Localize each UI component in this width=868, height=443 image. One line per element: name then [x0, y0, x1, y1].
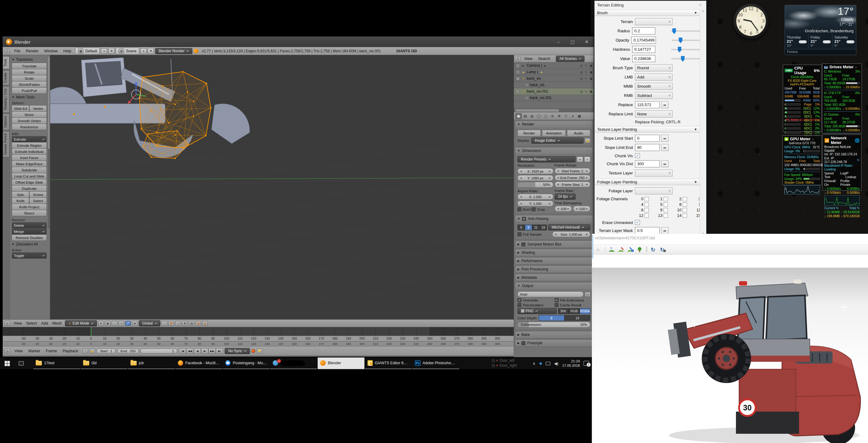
outliner-row-back_vis[interactable]: ▽back_vis	[514, 82, 594, 88]
volume-icon[interactable]: ◀)	[554, 361, 558, 366]
ip-lookup-link[interactable]: IP Lookup	[845, 171, 860, 179]
selectability-icon[interactable]: ↖	[585, 70, 587, 74]
slider-track[interactable]	[671, 58, 700, 59]
render-anim-icon[interactable]: ▤	[202, 321, 208, 326]
shelf-button-bisect[interactable]: Bisect	[12, 210, 47, 216]
blender-titlebar[interactable]: Blender – ▢ ✕	[3, 37, 594, 47]
editor-type-icon[interactable]: ⓘ	[5, 49, 10, 54]
channel-checkbox-6[interactable]	[683, 202, 687, 207]
remap-field[interactable]: ◀:100▶	[573, 206, 590, 212]
remove-preset-button[interactable]: −	[584, 157, 590, 162]
log-link[interactable]: Log	[840, 171, 845, 179]
shelf-button-inset-faces[interactable]: Inset Faces	[12, 154, 47, 161]
clock-widget[interactable]: 121234567891011	[734, 4, 769, 39]
lock-icon[interactable]: 🔒	[90, 349, 95, 353]
section-texture-layer-painting[interactable]: Texture Layer Painting▼	[595, 126, 700, 133]
screen-layout-select[interactable]: ▦Default	[75, 48, 100, 55]
timeline-band[interactable]	[3, 327, 514, 336]
shelf-button-shrink-fatten[interactable]: Shrink/Fatten	[12, 81, 47, 88]
shelf-button-rotate[interactable]: Rotate	[12, 69, 47, 75]
spinner[interactable]: ◂▸	[661, 135, 669, 142]
aa-samples-11[interactable]: 11	[532, 225, 539, 230]
current-frame-field[interactable]: 1	[141, 349, 177, 353]
scene-select[interactable]: ◍Scene	[116, 48, 139, 55]
outliner-row-back_vis-001[interactable]: −▽back_vis.001◎↖▣	[514, 88, 594, 95]
shelf-scrollbar[interactable]	[48, 56, 50, 229]
dropdown[interactable]: Round˅	[635, 64, 673, 71]
shelf-button-smooth-vertex[interactable]: Smooth Vertex	[12, 118, 47, 124]
shelf-button-select[interactable]: Select	[29, 197, 47, 204]
slider-handle[interactable]	[679, 37, 682, 43]
panel-checkbox[interactable]: ✓	[522, 217, 526, 221]
value-input[interactable]: 0	[635, 135, 660, 142]
slider-handle[interactable]	[672, 28, 676, 34]
viewport-menu-view[interactable]: View	[11, 321, 24, 325]
aa-samples-5[interactable]: 5	[518, 225, 525, 230]
orientation-select[interactable]: Global▴▾	[139, 320, 161, 326]
shelf-button-randomize[interactable]: Randomize	[12, 124, 47, 130]
expander-icon[interactable]: +	[516, 64, 520, 68]
outliner-row-back_vis-001[interactable]: ▽back_vis.001	[514, 95, 594, 101]
value-input[interactable]: 90	[635, 144, 660, 151]
visibility-icon[interactable]: ◎	[580, 90, 583, 93]
shelf-button-subdivide[interactable]: Subdivide	[12, 167, 47, 173]
snap-magnet-icon[interactable]: ∩	[175, 321, 181, 326]
jump-start-button[interactable]: |◀	[179, 348, 186, 354]
slider-track[interactable]	[672, 40, 700, 41]
shelf-button-slide-ed[interactable]: Slide Ed	[12, 105, 29, 112]
shelf-tab-shading-uvs[interactable]: Shading / UVs	[3, 86, 9, 113]
shelf-button-make-edge-face[interactable]: Make Edge/Face	[12, 161, 47, 167]
expander-icon[interactable]: +	[516, 70, 520, 74]
minimize-button[interactable]: –	[551, 37, 565, 47]
frame-field[interactable]: ◀End Frame: 250▶	[555, 175, 591, 181]
play-button[interactable]: ▶	[201, 348, 208, 354]
shelf-button-noise[interactable]: Noise	[12, 112, 47, 118]
checkbox-bord[interactable]: Bord	[518, 207, 530, 211]
shelf-tab-create[interactable]: Create	[3, 70, 9, 85]
panel-header[interactable]: ▶Shading::::	[515, 249, 592, 256]
panel-header[interactable]: ▶Post Processing::::	[515, 266, 592, 273]
timeline-scroll-ruler[interactable]: -50-40-30-20-100102030405060708090100110…	[3, 341, 514, 346]
render-button[interactable]: Render	[518, 130, 541, 136]
slider-track[interactable]	[671, 49, 700, 50]
shelf-button-remove-doubles[interactable]: Remove Doubles	[12, 234, 47, 241]
remap-field[interactable]: ◀:100▶	[555, 206, 572, 212]
reload-settings-icon[interactable]: ↻	[659, 246, 667, 253]
viewport-menu-add[interactable]: Add	[39, 321, 50, 325]
selectability-icon[interactable]: ↖	[585, 90, 587, 93]
checkbox-file-extensions[interactable]: ✓File Extensions	[555, 298, 591, 302]
terrain-paint-icon[interactable]	[617, 246, 625, 253]
outliner-filter-select[interactable]: All Scenes▴▾	[556, 56, 585, 62]
scene-properties-icon[interactable]: ◍	[529, 113, 535, 119]
modifiers-properties-icon[interactable]: ⚙	[556, 113, 562, 119]
start-frame-field[interactable]: Start:1	[97, 349, 116, 353]
display-select[interactable]: Image Editor▴▾	[531, 137, 584, 144]
checkbox[interactable]: ✓	[635, 153, 640, 158]
outliner-editor-icon[interactable]: ☰	[515, 56, 521, 61]
color-mode-rgba[interactable]: RGBA	[580, 308, 590, 314]
add-scene-button[interactable]: +	[141, 48, 147, 54]
channel-checkbox-10[interactable]	[683, 208, 687, 212]
menu-window[interactable]: Window	[41, 49, 60, 53]
material-properties-icon[interactable]: ◕	[569, 113, 576, 119]
shelf-button-translate[interactable]: Translate	[12, 63, 47, 69]
record-button[interactable]	[251, 349, 255, 353]
viewport-3d[interactable]: User Persp (1) back_vis.001 ◘ ViewSelect…	[3, 55, 514, 327]
outliner-row-Camera[interactable]: +▶Camera|▶◎↖▣	[514, 62, 594, 69]
selectability-icon[interactable]: ↖	[585, 77, 587, 80]
panel-header[interactable]: ▼Render::::	[515, 121, 592, 128]
prev-keyframe-button[interactable]: ◀◀	[186, 348, 194, 354]
occlude-icon[interactable]: ▥	[189, 321, 194, 326]
shelf-button-extrude-individual[interactable]: Extrude Individual	[12, 148, 47, 155]
dropdown[interactable]: None˅	[635, 110, 673, 118]
value-input[interactable]: 0.238636	[632, 55, 655, 62]
cpu-meter-widget[interactable]: AMDCPU Usage6%Clock:3500MHzFX-8320 Eight…	[783, 65, 822, 132]
render-presets-select[interactable]: Render Presets▴▾	[518, 156, 576, 162]
menu-help[interactable]: Help	[61, 49, 74, 53]
compression-slider[interactable]: Compression:15%	[518, 322, 590, 328]
menu-render[interactable]: Render	[23, 49, 41, 53]
timeline-editor-icon[interactable]: ◷	[5, 349, 10, 353]
checkbox-cache-result[interactable]: Cache Result	[555, 303, 591, 307]
spinner[interactable]: ◂▸	[661, 227, 669, 234]
viewport-menu-mesh[interactable]: Mesh	[50, 321, 64, 325]
